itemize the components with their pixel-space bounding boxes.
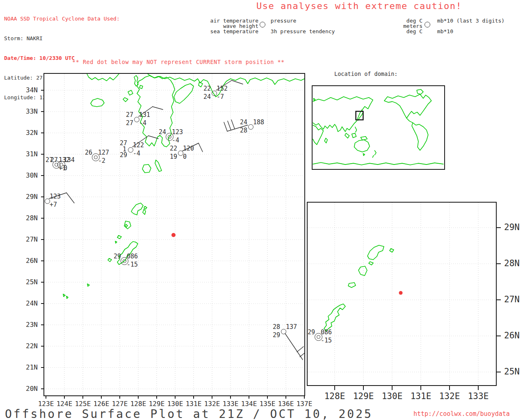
lat-tick-mark: [41, 239, 44, 240]
legend-pressure-tendency: 3h pressure tendency: [271, 29, 335, 34]
legend-mb10-bottom: mb*10: [437, 29, 453, 34]
buoy-inner-circle-icon: [123, 259, 126, 263]
plot-title: Offshore Surface Plot at 21Z / OCT 10, 2…: [5, 407, 373, 420]
obs-value-tl: 24: [240, 119, 247, 126]
obs-value-tr: 123: [50, 194, 61, 200]
lat-tick-mark: [41, 324, 44, 325]
obs-value-br: -2: [98, 158, 105, 164]
wind-barb: [232, 80, 243, 84]
world-coastline: [355, 127, 357, 132]
station-plot-legend: air temperature pressure wave height sea…: [205, 18, 335, 34]
coastline: [128, 90, 133, 95]
world-coastline: [354, 140, 370, 152]
world-coastline: [352, 133, 356, 138]
buoy-inner-circle-icon: [59, 163, 63, 167]
wind-barb: [231, 120, 235, 129]
lon-tick-mark: [392, 385, 393, 390]
lat-tick-mark: [41, 218, 44, 219]
storm-position-dot: [171, 233, 176, 237]
lat-tick-mark: [41, 90, 44, 91]
lat-tick-mark: [41, 346, 44, 347]
lon-axis-label: 131E: [404, 391, 437, 401]
lat-tick-mark: [41, 260, 44, 261]
storm-position-warning: ** Red dot below may NOT represent CURRE…: [72, 59, 285, 65]
coastline: [199, 82, 203, 87]
storm-name-line: Storm: NAKRI: [4, 35, 120, 42]
wind-barb: [199, 143, 203, 152]
wind-barb: [66, 193, 74, 203]
coastline: [87, 74, 119, 81]
lat-axis-label: 28N: [14, 214, 38, 222]
coastline: [117, 235, 121, 239]
lon-tick-mark: [175, 395, 176, 399]
coastline: [131, 203, 143, 215]
obs-value-br: -15: [127, 262, 138, 268]
world-map-drawing: [313, 86, 444, 169]
buoy-inner-circle-icon: [168, 135, 171, 139]
coastline: [123, 98, 128, 102]
lat-axis-label: 31N: [14, 150, 38, 158]
lon-tick-mark: [46, 395, 46, 399]
lon-tick-mark: [420, 385, 421, 390]
world-coastline: [363, 153, 365, 155]
obs-value-tl: 29: [308, 329, 315, 336]
obs-value-tl: 22: [203, 86, 211, 92]
lon-axis-label: 133E: [462, 391, 495, 401]
buoy-inner-circle-icon: [317, 335, 320, 339]
world-coastline: [313, 162, 444, 165]
wind-barb: [148, 136, 158, 139]
station-circle-icon: [134, 117, 139, 122]
coastline: [368, 245, 384, 260]
obs-value-br: -4: [139, 120, 146, 126]
zoom-map-drawing: [308, 203, 496, 385]
lon-tick-mark: [230, 395, 231, 399]
buoy-inner-circle-icon: [94, 155, 98, 159]
lon-axis-label: 137E: [288, 400, 321, 408]
station-circle-icon: [281, 329, 286, 334]
wind-barb: [297, 347, 304, 352]
obs-value-bl: 28: [240, 128, 247, 134]
world-coastline: [372, 150, 376, 158]
coastline: [108, 258, 112, 262]
obs-value-br: +7: [50, 202, 57, 208]
lon-tick-mark: [101, 395, 102, 399]
lon-tick-mark: [449, 385, 450, 390]
obs-value-br: -15: [321, 338, 332, 344]
storm-position-dot: [399, 291, 403, 295]
lat-tick-mark: [41, 175, 44, 176]
lon-axis-label: 128E: [318, 391, 351, 401]
coastline: [66, 296, 68, 299]
obs-value-tl: 26: [85, 150, 92, 156]
coastline: [91, 98, 104, 107]
obs-value-tr: 152: [217, 86, 228, 92]
world-coastline: [345, 133, 349, 138]
obs-value-bl: 27: [126, 120, 133, 126]
legend-sea-temperature: sea temperature: [205, 29, 258, 34]
buoydata-link[interactable]: http://coolwx.com/buoydata: [413, 410, 510, 418]
obs-value-tl: 22: [170, 146, 177, 152]
world-coastline: [324, 138, 327, 143]
lat-axis-label: 29N: [504, 222, 520, 232]
wind-barb: [153, 107, 163, 110]
lon-tick-mark: [478, 385, 479, 390]
legend-degc-bottom: deg C: [392, 29, 422, 34]
lat-tick-mark: [41, 132, 44, 133]
lat-tick-mark: [41, 154, 44, 155]
lon-tick-mark: [64, 395, 65, 399]
obs-value-tr: 134: [64, 157, 75, 163]
obs-value-tr: 122: [133, 142, 144, 148]
coastline: [87, 284, 89, 286]
lat-axis-label: 22N: [14, 342, 38, 350]
lon-axis-label: 130E: [376, 391, 409, 401]
coastline: [358, 266, 367, 276]
coastline: [369, 262, 373, 265]
lat-axis-label: 23N: [14, 321, 38, 329]
lat-tick-mark: [496, 227, 501, 228]
units-legend: deg C mb*10 (last 3 digits) meters deg C…: [392, 18, 504, 34]
obs-value-br: -4: [172, 137, 179, 144]
lon-tick-mark: [119, 395, 120, 399]
world-coastline: [412, 123, 428, 150]
obs-value-tr: 086: [321, 329, 332, 336]
world-coastline: [384, 94, 431, 118]
coastline: [155, 160, 162, 171]
